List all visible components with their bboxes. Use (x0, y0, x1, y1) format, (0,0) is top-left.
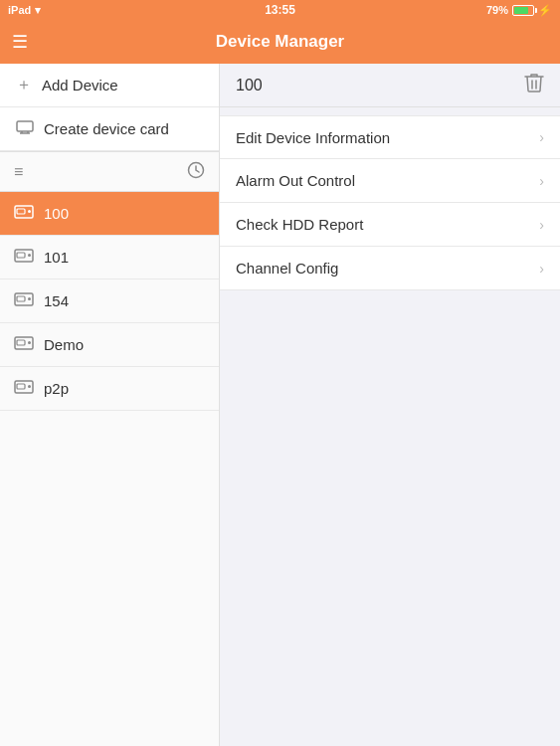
app-title: Device Manager (216, 32, 344, 52)
history-icon[interactable] (187, 161, 205, 183)
device-label-101: 101 (44, 249, 69, 266)
add-icon: ＋ (16, 75, 32, 95)
device-item-demo[interactable]: Demo (0, 323, 219, 367)
chevron-icon-edit: › (539, 129, 544, 145)
device-list: 100 101 (0, 192, 219, 746)
menu-item-channel-config[interactable]: Channel Config › (220, 247, 560, 290)
detail-header: 100 (220, 64, 560, 107)
chevron-icon-alarm: › (539, 173, 544, 189)
chevron-icon-channel: › (539, 261, 544, 277)
svg-rect-9 (17, 253, 25, 258)
device-item-101[interactable]: 101 (0, 236, 219, 280)
menu-item-hdd-label: Check HDD Report (236, 216, 363, 233)
menu-item-alarm-out[interactable]: Alarm Out Control › (220, 159, 560, 203)
svg-rect-6 (17, 209, 25, 214)
delete-icon[interactable] (524, 72, 544, 98)
status-time: 13:55 (265, 3, 295, 17)
wifi-icon: ▾ (35, 4, 41, 17)
create-card-button[interactable]: Create device card (0, 107, 219, 151)
svg-point-13 (28, 297, 31, 300)
svg-rect-0 (17, 121, 33, 131)
battery-percent-label: 79% (486, 4, 508, 16)
menu-item-hdd-report[interactable]: Check HDD Report › (220, 203, 560, 247)
device-item-100[interactable]: 100 (0, 192, 219, 236)
menu-item-channel-label: Channel Config (236, 260, 338, 277)
monitor-icon (16, 120, 34, 138)
svg-point-10 (28, 254, 31, 257)
list-icon[interactable]: ≡ (14, 163, 23, 181)
app-header: ☰ Device Manager (0, 20, 560, 64)
device-dvr-icon-p2p (14, 380, 34, 398)
device-label-100: 100 (44, 205, 69, 222)
main-layout: ＋ Add Device Create device card ≡ (0, 64, 560, 746)
detail-panel: 100 Edit Device Information › Alarm Out … (220, 64, 560, 746)
add-device-label: Add Device (42, 77, 118, 93)
menu-item-edit-device[interactable]: Edit Device Information › (220, 115, 560, 159)
svg-rect-15 (17, 340, 25, 345)
add-device-button[interactable]: ＋ Add Device (0, 64, 219, 107)
svg-rect-18 (17, 384, 25, 389)
status-bar: iPad ▾ 13:55 79% ⚡ (0, 0, 560, 20)
status-right: 79% ⚡ (486, 4, 552, 17)
create-card-label: Create device card (44, 120, 169, 137)
chevron-icon-hdd: › (539, 217, 544, 233)
device-item-p2p[interactable]: p2p (0, 367, 219, 411)
device-dvr-icon-100 (14, 205, 34, 223)
menu-item-edit-device-label: Edit Device Information (236, 129, 390, 146)
menu-item-alarm-out-label: Alarm Out Control (236, 172, 355, 189)
device-label-demo: Demo (44, 336, 84, 353)
sidebar: ＋ Add Device Create device card ≡ (0, 64, 220, 746)
battery-icon (512, 5, 534, 16)
svg-point-7 (28, 210, 31, 213)
detail-title: 100 (236, 77, 263, 94)
sidebar-actions: ＋ Add Device Create device card (0, 64, 219, 152)
menu-list: Edit Device Information › Alarm Out Cont… (220, 107, 560, 290)
svg-point-19 (28, 385, 31, 388)
sidebar-toolbar: ≡ (0, 152, 219, 192)
svg-point-16 (28, 341, 31, 344)
charging-icon: ⚡ (538, 4, 552, 17)
device-item-154[interactable]: 154 (0, 280, 219, 323)
device-dvr-icon-154 (14, 292, 34, 310)
device-label-154: 154 (44, 292, 69, 309)
device-label-p2p: p2p (44, 380, 69, 397)
device-dvr-icon-demo (14, 336, 34, 354)
device-dvr-icon-101 (14, 249, 34, 267)
menu-icon[interactable]: ☰ (12, 31, 28, 53)
svg-rect-12 (17, 296, 25, 301)
carrier-label: iPad (8, 4, 31, 16)
status-left: iPad ▾ (8, 4, 41, 17)
